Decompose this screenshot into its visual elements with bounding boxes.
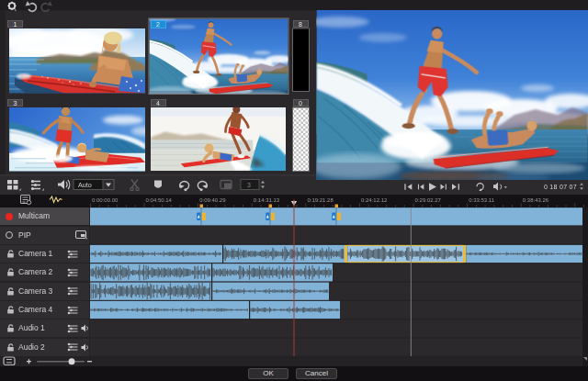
svg-text:0:00:00.00: 0:00:00.00 (92, 197, 119, 203)
svg-text:Auto: Auto (78, 181, 92, 189)
svg-text:0:14:31.13: 0:14:31.13 (254, 197, 280, 203)
svg-text:0:29:02.27: 0:29:02.27 (415, 197, 442, 203)
svg-text:0 18 07 07: 0 18 07 07 (544, 184, 577, 190)
svg-text:3: 3 (247, 182, 251, 188)
svg-text:0:04:50.14: 0:04:50.14 (146, 197, 173, 203)
svg-text:0:38:43.26: 0:38:43.26 (523, 197, 549, 203)
svg-text:0:19:21.28: 0:19:21.28 (307, 197, 334, 203)
svg-text:0:24:12.12: 0:24:12.12 (361, 197, 388, 203)
svg-text:0:09:40.29: 0:09:40.29 (199, 197, 226, 203)
svg-text:0:33:53.11: 0:33:53.11 (469, 197, 495, 203)
